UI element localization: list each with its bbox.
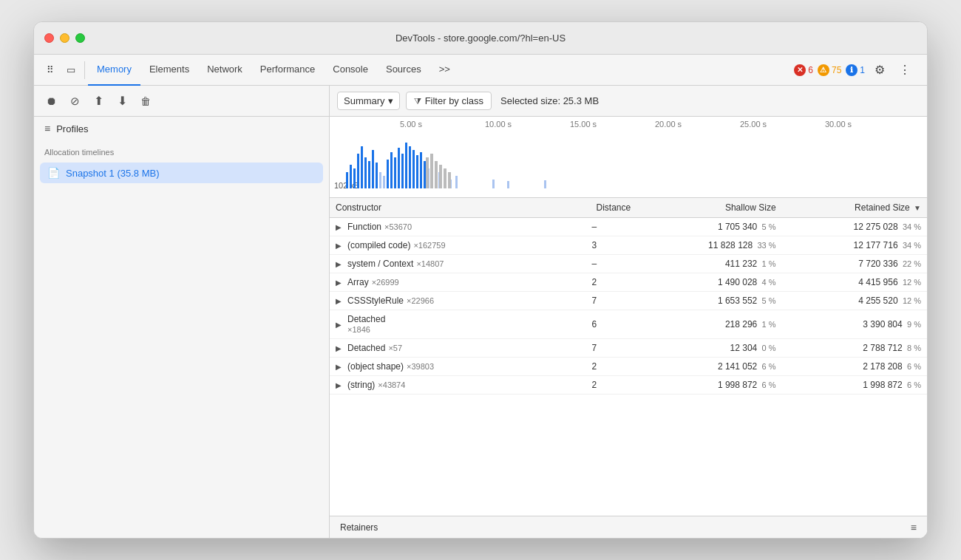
expand-arrow-7[interactable]: ▶ [336,363,344,371]
cell-shallow-7: 2 141 052 6 % [636,358,781,376]
svg-rect-34 [435,161,438,188]
table-row[interactable]: ▶ (string) ×43874 2 1 998 872 6 % 1 998 … [330,376,927,395]
svg-rect-8 [376,163,378,188]
record-button[interactable]: ⏺ [41,92,61,111]
col-constructor[interactable]: Constructor [330,198,552,218]
tab-sources[interactable]: Sources [377,55,430,86]
clear-button[interactable]: ⊘ [65,92,84,111]
svg-rect-30 [507,181,509,188]
title-bar: DevTools - store.google.com/?hl=en-US [34,22,927,55]
memory-table: Constructor Distance Shallow Size Retain… [330,198,927,395]
cell-constructor-0: ▶ Function ×53670 [330,218,552,236]
cell-shallow-5: 218 296 1 % [636,310,781,339]
expand-arrow-5[interactable]: ▶ [336,321,344,329]
retainers-bar: Retainers ≡ [330,516,927,538]
col-distance[interactable]: Distance [552,198,637,218]
panel-toolbar: Summary ▾ ⧩ Filter by class Selected siz… [330,86,927,117]
expand-arrow-6[interactable]: ▶ [336,344,344,352]
svg-rect-35 [439,165,442,188]
expand-arrow-3[interactable]: ▶ [336,279,344,287]
svg-rect-12 [390,152,393,188]
filter-by-class-button[interactable]: ⧩ Filter by class [406,92,492,110]
svg-rect-0 [346,172,348,188]
cell-constructor-6: ▶ Detached ×57 [330,339,552,358]
sidebar: ⏺ ⊘ ⬆ ⬇ 🗑 ≡ Profiles Allocation timeline… [34,86,330,538]
table-row[interactable]: ▶ system / Context ×14807 – 411 232 1 % … [330,255,927,273]
maximize-button[interactable] [75,33,85,43]
table-row[interactable]: ▶ CSSStyleRule ×22966 7 1 653 552 5 % 4 … [330,292,927,310]
collect-garbage-button[interactable]: 🗑 [136,92,155,111]
select-mode-icon[interactable]: ⠿ [40,60,61,81]
svg-rect-5 [364,157,367,188]
expand-arrow-0[interactable]: ▶ [336,223,344,231]
download-button[interactable]: ⬇ [112,92,132,111]
cell-constructor-7: ▶ (object shape) ×39803 [330,358,552,376]
svg-rect-36 [444,168,446,188]
more-menu-icon[interactable]: ⋮ [894,60,915,81]
ruler-tick-5s: 5.00 s [400,120,422,129]
expand-arrow-2[interactable]: ▶ [336,260,344,268]
tab-more[interactable]: >> [430,55,459,86]
table-row[interactable]: ▶ Function ×53670 – 1 705 340 5 % 12 275… [330,218,927,236]
tab-elements[interactable]: Elements [140,55,198,86]
table-row[interactable]: ▶ (object shape) ×39803 2 2 141 052 6 % … [330,358,927,376]
svg-rect-33 [430,154,433,188]
upload-button[interactable]: ⬆ [89,92,108,111]
tab-memory[interactable]: Memory [88,55,140,86]
cell-constructor-3: ▶ Array ×26999 [330,273,552,292]
filter-icon: ⧩ [414,96,421,106]
svg-rect-15 [401,154,404,188]
svg-rect-7 [372,150,374,188]
tab-network[interactable]: Network [198,55,251,86]
summary-label: Summary [344,95,385,106]
device-mode-icon[interactable]: ▭ [61,60,81,81]
snapshot-label: Snapshot 1 (35.8 MB) [66,168,159,179]
minimize-button[interactable] [60,33,69,43]
timeline-area: 5.00 s 10.00 s 15.00 s 20.00 s 25.00 s 3… [330,117,927,198]
error-badge[interactable]: ✕ 6 [794,64,813,76]
tab-console[interactable]: Console [324,55,377,86]
warn-badge[interactable]: ⚠ 75 [818,64,841,76]
svg-rect-16 [405,143,407,188]
devtools-window: DevTools - store.google.com/?hl=en-US ⠿ … [33,21,928,539]
col-retained-size[interactable]: Retained Size ▼ [782,198,927,218]
table-row[interactable]: ▶ Array ×26999 2 1 490 028 4 % 4 415 956… [330,273,927,292]
cell-shallow-4: 1 653 552 5 % [636,292,781,310]
close-button[interactable] [44,33,54,43]
summary-dropdown[interactable]: Summary ▾ [337,92,400,110]
cell-retained-3: 4 415 956 12 % [782,273,927,292]
cell-constructor-4: ▶ CSSStyleRule ×22966 [330,292,552,310]
cell-retained-6: 2 788 712 8 % [782,339,927,358]
ruler-tick-15s: 15.00 s [570,120,597,129]
info-badge[interactable]: ℹ 1 [846,64,865,76]
tab-performance[interactable]: Performance [251,55,324,86]
svg-rect-14 [398,148,400,188]
col-shallow-size[interactable]: Shallow Size [636,198,781,218]
cell-distance-1: 3 [552,236,637,255]
retainers-menu-icon[interactable]: ≡ [911,522,917,533]
expand-arrow-4[interactable]: ▶ [336,297,344,305]
table-row[interactable]: ▶ Detached ×1846 6 218 296 1 % 3 390 804… [330,310,927,339]
dropdown-arrow-icon: ▾ [388,95,393,106]
cell-constructor-1: ▶ (compiled code) ×162759 [330,236,552,255]
svg-rect-10 [383,176,385,188]
svg-rect-11 [387,160,389,188]
svg-rect-13 [394,157,396,188]
memory-table-container: Constructor Distance Shallow Size Retain… [330,198,927,516]
expand-arrow-1[interactable]: ▶ [336,242,344,250]
svg-rect-1 [350,165,352,188]
cell-constructor-8: ▶ (string) ×43874 [330,376,552,395]
svg-rect-6 [368,161,370,188]
snapshot-item[interactable]: 📄 Snapshot 1 (35.8 MB) [40,163,323,183]
svg-rect-28 [455,176,458,188]
snapshot-icon: 📄 [47,167,60,179]
expand-arrow-8[interactable]: ▶ [336,381,344,389]
svg-rect-31 [544,180,546,188]
settings-icon[interactable]: ⚙ [869,60,890,81]
table-row[interactable]: ▶ Detached ×57 7 12 304 0 % 2 788 712 8 … [330,339,927,358]
cell-distance-7: 2 [552,358,637,376]
cell-shallow-6: 12 304 0 % [636,339,781,358]
ruler-tick-25s: 25.00 s [740,120,767,129]
table-row[interactable]: ▶ (compiled code) ×162759 3 11 828 128 3… [330,236,927,255]
cell-shallow-8: 1 998 872 6 % [636,376,781,395]
